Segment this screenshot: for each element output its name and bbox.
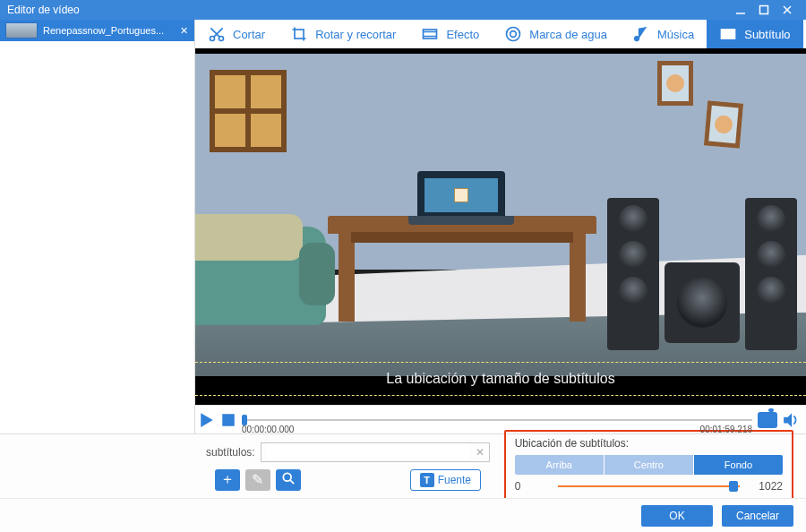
position-label: Ubicación de subtítulos: xyxy=(515,437,783,450)
tool-music-label: Música xyxy=(657,28,694,41)
tool-cut[interactable]: Cortar xyxy=(195,20,278,48)
tool-rotate-label: Rotar y recortar xyxy=(315,28,396,41)
svg-point-9 xyxy=(510,31,517,38)
title-bar: Editor de vídeo xyxy=(0,0,806,20)
slider-value: 1022 xyxy=(747,480,783,493)
slider-min: 0 xyxy=(515,480,551,493)
tool-rotate-crop[interactable]: Rotar y recortar xyxy=(278,20,408,48)
position-option-center[interactable]: Centro xyxy=(604,455,694,475)
add-subtitle-button[interactable]: ＋ xyxy=(215,469,240,491)
svg-rect-12 xyxy=(222,414,235,426)
subtitle-overlay-region[interactable]: La ubicación y tamaño de subtítulos xyxy=(195,362,806,396)
time-current: 00:00:00.000 xyxy=(242,425,294,434)
svg-rect-10 xyxy=(722,30,735,39)
tool-watermark-label: Marca de agua xyxy=(529,28,607,41)
play-button[interactable] xyxy=(199,412,215,428)
svg-marker-13 xyxy=(784,413,792,427)
tool-cut-label: Cortar xyxy=(233,28,265,41)
subtitle-sample-text: La ubicación y tamaño de subtítulos xyxy=(386,371,614,387)
editor-toolbar: Cortar Rotar y recortar Efecto Marca de … xyxy=(195,20,806,48)
svg-rect-7 xyxy=(424,30,437,39)
seek-slider[interactable]: 00:00:00.000 00:01:59.218 xyxy=(242,419,752,421)
ok-button[interactable]: OK xyxy=(641,505,713,527)
tool-watermark[interactable]: Marca de agua xyxy=(492,20,620,48)
subtitle-position-group: Ubicación de subtítulos: Arriba Centro F… xyxy=(504,430,793,503)
subtitle-input[interactable] xyxy=(267,443,469,461)
time-total: 00:01:59.218 xyxy=(700,425,752,434)
tool-effect-label: Efecto xyxy=(446,28,479,41)
minimize-button[interactable] xyxy=(729,0,752,20)
file-thumbnail xyxy=(5,22,38,39)
font-icon: T xyxy=(420,473,434,487)
tool-effect[interactable]: Efecto xyxy=(408,20,492,48)
position-option-bottom[interactable]: Fondo xyxy=(694,455,783,475)
font-button-label: Fuente xyxy=(438,474,471,486)
magnifier-icon xyxy=(282,472,295,488)
tool-subtitle-label: Subtítulo xyxy=(744,28,790,41)
video-preview: La ubicación y tamaño de subtítulos xyxy=(195,48,806,405)
svg-marker-11 xyxy=(201,413,213,427)
font-button[interactable]: T Fuente xyxy=(410,469,481,491)
preview-frame-illustration xyxy=(195,48,806,405)
file-tab[interactable]: Renepassnow_Portugues... ✕ xyxy=(0,20,194,41)
position-slider[interactable] xyxy=(558,485,740,487)
file-name: Renepassnow_Portugues... xyxy=(43,25,173,36)
stop-button[interactable] xyxy=(220,412,236,428)
position-segmented: Arriba Centro Fondo xyxy=(515,455,783,475)
plus-icon: ＋ xyxy=(220,470,235,489)
svg-rect-6 xyxy=(295,30,304,39)
playback-bar: 00:00:00.000 00:01:59.218 xyxy=(195,405,806,433)
tool-subtitle[interactable]: Subtítulo xyxy=(707,20,802,48)
window-title: Editor de vídeo xyxy=(7,4,729,16)
maximize-button[interactable] xyxy=(752,0,776,20)
cancel-button[interactable]: Cancelar xyxy=(722,505,793,527)
svg-line-15 xyxy=(289,479,293,483)
svg-point-8 xyxy=(507,28,520,41)
subtitle-panel: subtítulos: ✕ ＋ ✎ xyxy=(0,433,806,498)
preview-subtitle-button[interactable] xyxy=(276,469,301,491)
edit-subtitle-button[interactable]: ✎ xyxy=(245,469,270,491)
file-sidebar: Renepassnow_Portugues... ✕ xyxy=(0,20,195,433)
close-file-icon[interactable]: ✕ xyxy=(178,25,189,37)
tool-music[interactable]: Música xyxy=(620,20,707,48)
subtitle-input-wrapper: ✕ xyxy=(261,442,490,462)
svg-rect-1 xyxy=(760,6,768,14)
volume-button[interactable] xyxy=(783,412,799,428)
clear-input-icon[interactable]: ✕ xyxy=(476,446,484,459)
pencil-icon: ✎ xyxy=(252,471,263,488)
close-button[interactable] xyxy=(776,0,799,20)
position-option-top[interactable]: Arriba xyxy=(515,455,604,475)
snapshot-button[interactable] xyxy=(758,412,777,428)
subtitle-field-label: subtítulos: xyxy=(206,446,255,459)
dialog-footer: OK Cancelar xyxy=(0,498,806,532)
